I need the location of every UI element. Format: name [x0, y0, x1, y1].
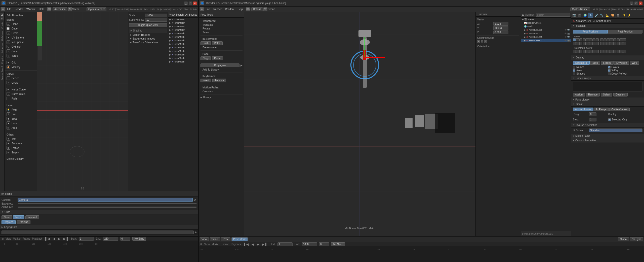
envelope-btn[interactable]: Envelope [614, 61, 629, 65]
props-world-icon[interactable]: 🌍 [582, 13, 588, 18]
layer-22[interactable] [589, 42, 592, 45]
right-tl-back[interactable]: ◀ [251, 243, 255, 246]
pl-15[interactable] [620, 50, 623, 53]
props-object-icon[interactable]: ⊕ [588, 13, 593, 18]
right-vp-pose-mode-selector[interactable]: Pose Mode [231, 237, 248, 241]
char-meshl-2[interactable]: ▶▼charMeshl [168, 39, 198, 42]
on-keyframes-btn[interactable]: On Keyframes [609, 108, 630, 111]
grease-pencil-tab[interactable]: Grease Pencil [1, 65, 4, 82]
layer-28[interactable] [610, 42, 613, 45]
right-vp-select-btn[interactable]: Select [210, 237, 220, 241]
circle-mesh-item[interactable]: ○ Circle [5, 31, 37, 35]
radians-btn[interactable]: Radians [17, 220, 30, 224]
left-close-button[interactable]: ✕ [193, 2, 197, 5]
bone-groups-header[interactable]: ▼ Bone Groups [571, 76, 644, 81]
octahedral-btn[interactable]: Octahedral [573, 61, 590, 65]
left-tl-start-val[interactable]: 1 [79, 237, 94, 241]
layer-12[interactable] [610, 38, 613, 41]
propagate-btn[interactable]: Propagate [200, 63, 239, 67]
add-to-library-item[interactable]: Add To Library [200, 68, 243, 72]
toggle-quad-view-btn[interactable]: Toggle Quad View [129, 23, 167, 27]
pl-10[interactable] [603, 50, 607, 53]
right-vp-view-btn[interactable]: View [200, 237, 209, 241]
nurbs-circle-item[interactable]: ○ Nurbs Circle [5, 92, 37, 96]
left-tl-playback[interactable]: Playback [32, 237, 43, 240]
cube-item[interactable]: ⬜ Cube [5, 26, 37, 31]
arm005-render[interactable]: 📷 [567, 36, 570, 38]
rotate-item[interactable]: Rotate [200, 27, 243, 30]
right-vp-pose-btn[interactable]: Pose [221, 237, 230, 241]
right-tl-end-val[interactable]: 1050 [302, 242, 317, 246]
y-value[interactable]: -0.063 [493, 26, 508, 30]
layer-2[interactable] [576, 38, 579, 41]
none-unit-btn[interactable]: None [2, 215, 12, 219]
keying-sets-input[interactable] [2, 231, 194, 234]
right-tl-playback[interactable]: Playback [231, 243, 241, 246]
left-maximize-button[interactable]: □ [189, 2, 192, 5]
left-minimize-button[interactable]: _ [184, 2, 188, 5]
pose-position-btn[interactable]: Pose Position [573, 30, 608, 34]
pose-library-header[interactable]: ▶ Pose Library [571, 97, 644, 102]
char-meshl-1[interactable]: ▶▼charMeshl [168, 35, 198, 39]
keying-sets-header[interactable]: ▶ Keying Sets [0, 225, 198, 230]
left-menu-window[interactable]: Window [25, 7, 37, 11]
remove-bone-btn[interactable]: Remove [586, 93, 600, 96]
xray-checkbox[interactable] [608, 69, 611, 72]
metric-unit-btn[interactable]: Metric [13, 215, 24, 219]
right-tl-marker[interactable]: Marker [212, 243, 220, 246]
layer-17[interactable] [573, 42, 576, 45]
char-meshl-7[interactable]: ▶▼charMeshl [168, 56, 198, 60]
layer-5[interactable] [586, 38, 589, 41]
physics-tab[interactable]: Physics [1, 55, 4, 65]
layer-6[interactable] [589, 38, 592, 41]
char-mater-2[interactable]: ▶▼charMater [168, 25, 198, 28]
delay-refresh-checkbox[interactable] [608, 73, 611, 75]
grid-item[interactable]: ⊞ Grid [5, 60, 37, 65]
layer-18[interactable] [576, 42, 579, 45]
left-menu-help[interactable]: Help [37, 7, 46, 11]
bezier-item[interactable]: 〜 Bezier [5, 76, 37, 80]
outliner-scene[interactable]: ▶ 🎬 Scene [521, 18, 571, 21]
right-menu-window[interactable]: Window [224, 7, 236, 11]
motion-paths-props-header[interactable]: ▶ Motion Paths [571, 134, 644, 138]
right-minimize-button[interactable]: _ [630, 2, 633, 5]
hemi-lamp-item[interactable]: ◗ Hemi [5, 121, 37, 125]
sun-lamp-item[interactable]: ☀ Sun [5, 112, 37, 116]
in-range-btn[interactable]: In Range [594, 108, 609, 111]
wire-btn[interactable]: Wire [630, 61, 639, 65]
constraint-z[interactable]: Z [484, 40, 487, 43]
layer-20[interactable] [583, 42, 586, 45]
constraint-y[interactable]: Y [481, 40, 483, 43]
char-mater-1[interactable]: ▶▼charMater [168, 21, 198, 25]
keying-sets-add-btn[interactable]: + [195, 230, 197, 234]
char-meshl-3[interactable]: ▶▼charMeshl [168, 42, 198, 46]
shapes-checkbox[interactable] [573, 73, 575, 75]
right-tl-jump-end[interactable]: ▶▐ [261, 243, 268, 246]
propagate-arrow[interactable]: ▶ [240, 64, 243, 67]
camera-prop-value[interactable]: Camera [18, 198, 193, 202]
names-checkbox[interactable] [573, 66, 575, 69]
right-vp-no-sync-btn[interactable]: No Sync [630, 237, 643, 241]
outliner-armature-005[interactable]: ▶ ⊕ Armature.005 👁 📷 [521, 35, 571, 39]
char-mater-3[interactable]: ▶▼charMater [168, 28, 198, 32]
plane-item[interactable]: ▭ Plane [5, 22, 37, 26]
layer-23[interactable] [592, 42, 595, 45]
layer-29[interactable] [613, 42, 616, 45]
right-tl-frame[interactable]: Frame [222, 243, 229, 246]
props-modifier-icon[interactable]: 🔧 [599, 13, 605, 18]
transform-orientations-row[interactable]: ▶ Transform Orientations [129, 41, 167, 44]
layer-10[interactable] [603, 38, 607, 41]
nurbs-curve-item[interactable]: 〜 Nurbs Curve [5, 87, 37, 92]
right-vp-global-btn[interactable]: Global [618, 237, 629, 241]
view-btn[interactable]: View [169, 13, 175, 16]
props-material-icon[interactable]: 🎨 [610, 13, 616, 18]
layer-26[interactable] [603, 42, 607, 45]
props-texture-icon[interactable]: 🖼 [616, 13, 621, 18]
left-timeline-track[interactable]: 0 50 100 150 200 250 300 [0, 241, 198, 262]
translate-item[interactable]: Translate [200, 23, 243, 27]
left-menu-file[interactable]: File [6, 7, 13, 11]
layer-7[interactable] [592, 38, 595, 41]
left-engine-selector[interactable]: Cycles Render [87, 7, 107, 11]
copy-pose-btn[interactable]: Copy [200, 56, 211, 60]
all-scenes-btn[interactable]: All Scenes [185, 13, 197, 16]
